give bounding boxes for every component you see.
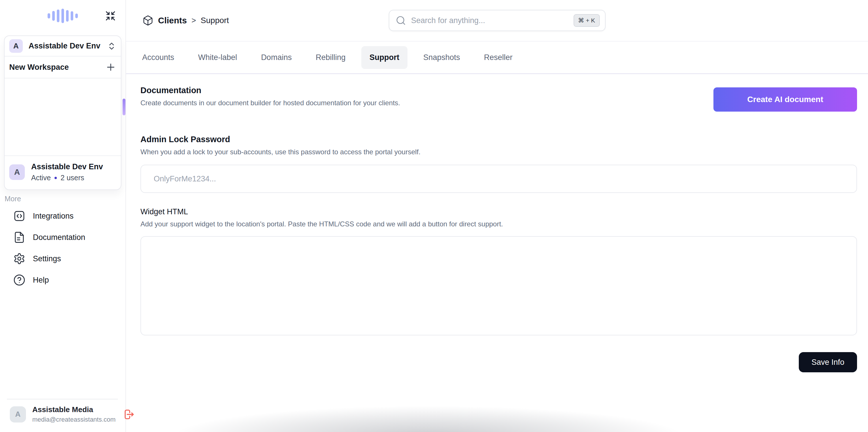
create-ai-document-button[interactable]: Create AI document <box>713 87 857 112</box>
sidebar-active-indicator <box>123 99 125 115</box>
file-text-icon <box>13 231 25 243</box>
admin-lock-section: Admin Lock Password When you add a lock … <box>141 135 857 193</box>
new-workspace-row[interactable]: New Workspace <box>5 57 121 79</box>
app-root: A Assistable Dev Env New Workspace <box>0 0 868 432</box>
tab-accounts[interactable]: Accounts <box>134 46 182 69</box>
plus-icon <box>105 62 116 73</box>
breadcrumb-page: Support <box>201 16 229 25</box>
help-circle-icon <box>13 274 25 286</box>
documentation-description: Create documents in our document builder… <box>141 99 400 107</box>
status-dot <box>55 177 57 179</box>
sidebar-item-integrations[interactable]: Integrations <box>0 205 125 227</box>
workspace-users-count: 2 users <box>61 174 84 182</box>
waveform-logo-icon <box>48 9 78 23</box>
gear-icon <box>13 253 25 265</box>
workspace-avatar: A <box>9 39 23 53</box>
global-search[interactable]: ⌘ + K <box>389 10 606 31</box>
widget-html-section: Widget HTML Add your support widget to t… <box>141 207 857 337</box>
tab-support[interactable]: Support <box>361 46 407 69</box>
admin-lock-password-input[interactable] <box>141 165 857 193</box>
active-workspace-status: Active 2 users <box>31 174 103 182</box>
sidebar-item-settings[interactable]: Settings <box>0 248 125 269</box>
workspace-panel: A Assistable Dev Env New Workspace <box>4 35 121 190</box>
topbar: Clients > Support ⌘ + K <box>126 0 868 41</box>
new-workspace-label: New Workspace <box>9 63 99 72</box>
tab-domains[interactable]: Domains <box>253 46 300 69</box>
widget-html-title: Widget HTML <box>141 207 857 216</box>
shrink-icon <box>105 10 116 21</box>
search-shortcut-badge: ⌘ + K <box>574 14 600 27</box>
sidebar: A Assistable Dev Env New Workspace <box>0 0 126 432</box>
support-content: Documentation Create documents in our do… <box>126 74 868 432</box>
code-square-icon <box>13 210 25 222</box>
sidebar-item-documentation[interactable]: Documentation <box>0 227 125 248</box>
workspace-name: Assistable Dev Env <box>29 41 101 51</box>
user-avatar: A <box>10 406 26 423</box>
tab-snapshots[interactable]: Snapshots <box>415 46 468 69</box>
workspace-selector[interactable]: A Assistable Dev Env <box>5 36 121 57</box>
sidebar-item-help[interactable]: Help <box>0 269 125 291</box>
sidebar-nav: Integrations Documentation <box>0 205 125 291</box>
documentation-section: Documentation Create documents in our do… <box>141 86 857 112</box>
chevrons-up-down-icon <box>107 41 116 51</box>
admin-lock-title: Admin Lock Password <box>141 135 857 144</box>
search-icon <box>396 15 406 26</box>
tab-white-label[interactable]: White-label <box>190 46 245 69</box>
breadcrumb: Clients > Support <box>143 15 229 26</box>
add-workspace-button[interactable] <box>105 62 116 73</box>
user-box: A Assistable Media media@createassistant… <box>0 399 125 432</box>
main-area: Clients > Support ⌘ + K Accounts White-l… <box>126 0 868 432</box>
tabbar: Accounts White-label Domains Rebilling S… <box>126 41 868 74</box>
widget-html-textarea[interactable] <box>141 236 857 335</box>
active-workspace-avatar: A <box>9 164 25 180</box>
active-workspace-name: Assistable Dev Env <box>31 162 103 171</box>
more-section-label: More <box>5 195 125 203</box>
workspace-list-empty <box>5 79 121 155</box>
tab-rebilling[interactable]: Rebilling <box>308 46 354 69</box>
save-info-button[interactable]: Save Info <box>799 352 857 372</box>
collapse-sidebar-button[interactable] <box>103 8 118 23</box>
search-input[interactable] <box>411 16 569 25</box>
tab-reseller[interactable]: Reseller <box>476 46 521 69</box>
save-row: Save Info <box>141 352 857 372</box>
breadcrumb-section[interactable]: Clients <box>158 16 187 25</box>
sidebar-item-label: Integrations <box>33 212 73 221</box>
breadcrumb-separator: > <box>191 16 196 25</box>
sidebar-item-label: Documentation <box>33 233 85 242</box>
user-name: Assistable Media <box>32 405 116 414</box>
active-workspace-card[interactable]: A Assistable Dev Env Active 2 users <box>5 155 121 189</box>
user-email: media@createassistants.com <box>32 416 116 423</box>
box-icon <box>143 15 153 26</box>
sidebar-item-label: Help <box>33 276 49 285</box>
sidebar-item-label: Settings <box>33 254 61 263</box>
widget-html-description: Add your support widget to the location'… <box>141 220 857 228</box>
documentation-title: Documentation <box>141 86 400 95</box>
workspace-status-text: Active <box>31 174 51 182</box>
admin-lock-description: When you add a lock to your sub-accounts… <box>141 148 857 156</box>
logo-row <box>0 0 125 32</box>
